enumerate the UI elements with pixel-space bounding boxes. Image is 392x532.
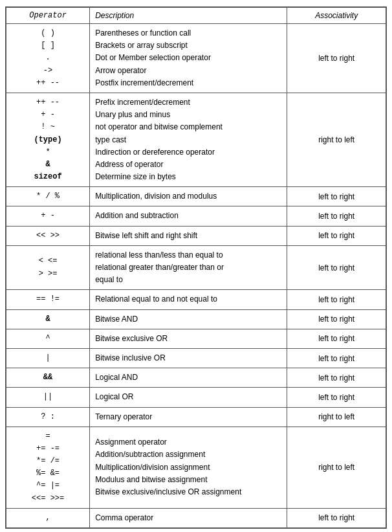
description-cell: Relational equal to and not equal to (90, 290, 287, 309)
description-cell: Bitwise AND (90, 309, 287, 329)
table-row: + -Addition and subtractionleft to right (6, 206, 386, 226)
associativity-cell: left to right (287, 348, 386, 368)
description-cell: Multiplication, division and modulus (90, 187, 287, 206)
description-cell: Parentheses or function callBrackets or … (90, 24, 287, 93)
table-row: &&Logical ANDleft to right (6, 368, 386, 388)
operator-cell: ^ (6, 329, 90, 348)
associativity-cell: left to right (287, 388, 386, 407)
description-cell: Logical OR (90, 388, 287, 407)
associativity-cell: left to right (287, 368, 386, 388)
associativity-cell: left to right (287, 508, 386, 527)
table-row: ( )[ ].->++ --Parentheses or function ca… (6, 24, 386, 93)
operator-cell: ++ --+ -! ~(type)*&sizeof (6, 93, 90, 186)
associativity-cell: left to right (287, 24, 386, 93)
description-cell: Addition and subtraction (90, 206, 287, 226)
table-row: << >>Bitwise left shift and right shiftl… (6, 226, 386, 245)
table-row: ? :Ternary operatorright to left (6, 407, 386, 427)
operator-cell: * / % (6, 187, 90, 206)
operator-cell: | (6, 348, 90, 368)
operator-table: Operator Description Associativity ( )[ … (5, 6, 387, 529)
description-cell: Ternary operator (90, 407, 287, 427)
operator-cell: << >> (6, 226, 90, 245)
associativity-cell: left to right (287, 290, 386, 309)
table-row: == !=Relational equal to and not equal t… (6, 290, 386, 309)
table-header-row: Operator Description Associativity (6, 8, 386, 24)
operator-cell: < <=> >= (6, 245, 90, 290)
operator-cell: == != (6, 290, 90, 309)
description-cell: Bitwise exclusive OR (90, 329, 287, 348)
table-row: |Bitwise inclusive ORleft to right (6, 348, 386, 368)
associativity-cell: left to right (287, 206, 386, 226)
table-row: =+= -=*= /=%= &=^= |=<<= >>=Assignment o… (6, 427, 386, 508)
operator-cell: && (6, 368, 90, 388)
header-associativity: Associativity (287, 8, 386, 24)
operator-cell: , (6, 508, 90, 527)
table-row: ,Comma operatorleft to right (6, 508, 386, 527)
table-row: < <=> >=relational less than/less than e… (6, 245, 386, 290)
header-description: Description (90, 8, 287, 24)
operator-cell: || (6, 388, 90, 407)
operator-cell: + - (6, 206, 90, 226)
associativity-cell: left to right (287, 309, 386, 329)
operator-cell: ( )[ ].->++ -- (6, 24, 90, 93)
description-cell: Prefix increment/decrementUnary plus and… (90, 93, 287, 186)
associativity-cell: left to right (287, 226, 386, 245)
description-cell: Logical AND (90, 368, 287, 388)
operator-cell: & (6, 309, 90, 329)
associativity-cell: left to right (287, 245, 386, 290)
table-row: ^Bitwise exclusive ORleft to right (6, 329, 386, 348)
operator-cell: ? : (6, 407, 90, 427)
description-cell: Comma operator (90, 508, 287, 527)
header-operator: Operator (6, 8, 90, 24)
associativity-cell: right to left (287, 427, 386, 508)
table-row: * / %Multiplication, division and modulu… (6, 187, 386, 206)
table-row: ++ --+ -! ~(type)*&sizeofPrefix incremen… (6, 93, 386, 186)
associativity-cell: right to left (287, 407, 386, 427)
associativity-cell: left to right (287, 187, 386, 206)
description-cell: Bitwise inclusive OR (90, 348, 287, 368)
description-cell: relational less than/less than equal tor… (90, 245, 287, 290)
table-row: &Bitwise ANDleft to right (6, 309, 386, 329)
associativity-cell: left to right (287, 329, 386, 348)
description-cell: Bitwise left shift and right shift (90, 226, 287, 245)
table-row: ||Logical ORleft to right (6, 388, 386, 407)
associativity-cell: right to left (287, 93, 386, 186)
operator-cell: =+= -=*= /=%= &=^= |=<<= >>= (6, 427, 90, 508)
description-cell: Assignment operatorAddition/subtraction … (90, 427, 287, 508)
